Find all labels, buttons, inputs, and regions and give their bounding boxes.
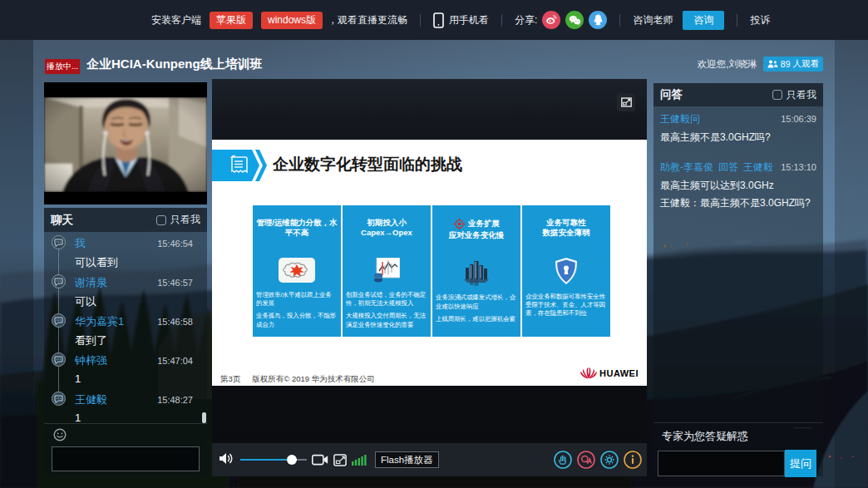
chat-timestamp: 15:46:54 <box>157 239 193 249</box>
viewer-count-badge: 89 人观看 <box>763 57 823 71</box>
viewer-suffix: 人观看 <box>793 58 820 70</box>
chat-panel: 聊天 只看我 我 15:46:54 可以看到 <box>44 208 207 476</box>
qa-question-input[interactable] <box>658 451 785 476</box>
expand-view-button[interactable] <box>617 93 635 111</box>
qa-only-me-toggle[interactable]: 只看我 <box>772 88 816 102</box>
challenge-card: 初期投入小 Capex→Opex <box>343 205 431 337</box>
emoji-picker-icon[interactable] <box>53 428 67 441</box>
chat-message-text: 看到了 <box>44 329 207 348</box>
course-title: 企业HCIA-Kunpeng线上培训班 <box>86 57 263 72</box>
chat-bubble-avatar-icon <box>52 313 66 328</box>
ask-question-button[interactable]: 提问 <box>785 450 816 477</box>
wechat-share-icon[interactable] <box>565 11 584 29</box>
chat-message-text: 1 <box>44 407 207 423</box>
divider <box>737 14 737 27</box>
chat-timestamp: 15:47:04 <box>157 356 193 366</box>
card-body-block: 企业业务和数据可靠性安全性受限于技术、资金、人才等因素，存在隐患和不到位 <box>525 293 607 323</box>
chat-bubble-avatar-icon <box>52 392 66 406</box>
chat-name-row: 华为嘉宾1 15:46:58 <box>44 314 207 329</box>
qq-share-icon[interactable] <box>589 11 607 29</box>
card-body-block: 管理效率/水平难以跟上业务的发展 业务孤岛，投入分散，不能形成合力 <box>256 291 338 333</box>
card-body-line: 大规模投入交付周期长，无法满足业务快速变化的需要 <box>346 312 427 328</box>
card-title-block: 业务可靠性 数据安全薄弱 <box>525 218 607 239</box>
card-title: 业务可靠性 <box>525 218 607 228</box>
card-title: 业务扩展 <box>468 219 500 229</box>
settings-icon[interactable] <box>600 451 619 469</box>
chat-bubble-avatar-icon <box>52 274 66 288</box>
chat-sender-name: 王健毅 <box>75 392 107 407</box>
share-row: 分享: <box>515 11 607 29</box>
card-title: 初期投入小 <box>346 218 427 228</box>
qa-question-text: 最高主频不是3.0GHZ吗? <box>660 131 816 144</box>
flash-player-badge: Flash播放器 <box>375 451 439 468</box>
welcome-user-label: 欢迎您,刘晓琳 <box>698 58 757 71</box>
screen-switch-icon[interactable] <box>333 454 347 466</box>
chat-timestamp: 15:46:58 <box>157 317 193 327</box>
volume-knob[interactable] <box>287 455 297 465</box>
presentation-slide[interactable]: 企业数字化转型面临的挑战 管理/运维能力分散，水平不高 管理效率/水平难以跟上业… <box>212 140 647 386</box>
consult-button[interactable]: 咨询 <box>683 11 724 30</box>
raise-hand-icon[interactable] <box>554 451 572 469</box>
huawei-logo-text: HUAWEI <box>599 368 639 378</box>
presenter-webcam-video[interactable] <box>44 82 207 205</box>
card-title-block: 管理/运维能力分散，水平不高 <box>256 218 338 239</box>
qa-answerer-name: 助教-李嘉俊 <box>660 160 713 175</box>
slide-copyright: 版权所有© 2019 华为技术有限公司 <box>252 374 374 385</box>
qa-names: 助教-李嘉俊 回答 王健毅 <box>660 160 773 175</box>
huawei-flower-icon <box>580 367 597 379</box>
qa-entry-list[interactable]: 王健毅问 15:06:39 最高主频不是3.0GHZ吗? 助教-李嘉俊 回答 王… <box>653 106 823 210</box>
chat-only-me-label: 只看我 <box>170 213 200 227</box>
chat-input[interactable] <box>52 446 200 471</box>
city-growth-icon <box>462 259 491 285</box>
cloud-burst-icon <box>279 258 315 283</box>
card-body-block: 业务浪涌式或爆发式增长，企业难以快速响应 上线周期长，难以把握机会窗 <box>436 293 517 328</box>
chat-scrollbar-thumb[interactable] <box>202 412 206 423</box>
chat-message-list[interactable]: 我 15:46:54 可以看到 谢清泉 15:46:57 可以 <box>44 232 207 423</box>
top-bar: 安装客户端 苹果版 windows版 ，观看直播更流畅 用手机看 分享: <box>0 0 868 40</box>
network-signal-icon <box>352 454 367 466</box>
chat-timestamp: 15:48:27 <box>157 395 193 405</box>
card-body-line: 创新业务试错，业务的不确定性，初期无法大规模投入 <box>346 291 427 308</box>
smoother-hint-label: ，观看直播更流畅 <box>328 13 407 27</box>
weibo-share-icon[interactable] <box>542 11 560 29</box>
watch-on-mobile[interactable]: 用手机看 <box>433 12 489 28</box>
chat-bubble-avatar-icon <box>52 235 66 249</box>
volume-icon[interactable] <box>219 451 234 469</box>
chat-title: 聊天 <box>51 213 73 228</box>
card-title-row: 业务扩展 <box>436 218 517 230</box>
viewer-count: 89 <box>781 59 791 69</box>
qa-compose-area: 专家为您答疑解惑 提问 <box>653 422 823 476</box>
qa-only-me-checkbox[interactable] <box>772 90 782 100</box>
divider <box>501 14 502 27</box>
chat-message: 我 15:46:54 可以看到 <box>44 236 207 270</box>
consult-teacher-label: 咨询老师 <box>633 13 673 27</box>
huawei-logo: HUAWEI <box>580 367 639 379</box>
camera-toggle-icon[interactable] <box>312 454 328 466</box>
chat-only-me-checkbox[interactable] <box>156 215 166 225</box>
chat-message-text: 可以 <box>44 290 207 309</box>
target-crosshair-icon <box>453 218 466 230</box>
qa-panel: 问答 只看我 王健毅问 15:06:39 最高主频不是3.0GHZ吗? 助教-李… <box>653 83 823 476</box>
phone-icon <box>433 12 444 28</box>
volume-fill <box>240 459 292 461</box>
chat-message: 钟梓强 15:47:04 1 <box>44 353 207 385</box>
playing-status-badge: 播放中... <box>45 59 80 74</box>
qa-timestamp: 15:13:10 <box>781 162 816 172</box>
volume-slider[interactable] <box>240 455 307 465</box>
qa-name-row: 王健毅问 15:06:39 <box>660 112 816 126</box>
install-client-label: 安装客户端 <box>151 13 201 27</box>
qa-title: 问答 <box>660 87 683 102</box>
viewers-icon <box>767 60 778 68</box>
info-icon[interactable] <box>624 451 642 469</box>
chat-only-me-toggle[interactable]: 只看我 <box>156 213 200 227</box>
challenge-card: 业务可靠性 数据安全薄弱 企业业务和数据可靠性安全性受限于技术、资金、人才等因素… <box>522 205 610 337</box>
card-body-line: 企业业务和数据可靠性安全性受限于技术、资金、人才等因素，存在隐患和不到位 <box>525 293 607 318</box>
windows-version-button[interactable]: windows版 <box>261 12 323 29</box>
card-body-line: 业务浪涌式或爆发式增长，企业难以快速响应 <box>436 293 517 310</box>
qa-asker-name: 王健毅问 <box>660 112 700 126</box>
chat-sender-name: 华为嘉宾1 <box>75 314 124 329</box>
apple-version-button[interactable]: 苹果版 <box>210 12 253 29</box>
card-title-block: 初期投入小 Capex→Opex <box>346 218 427 239</box>
qa-mode-icon[interactable] <box>577 451 595 469</box>
complaint-link[interactable]: 投诉 <box>750 13 770 27</box>
